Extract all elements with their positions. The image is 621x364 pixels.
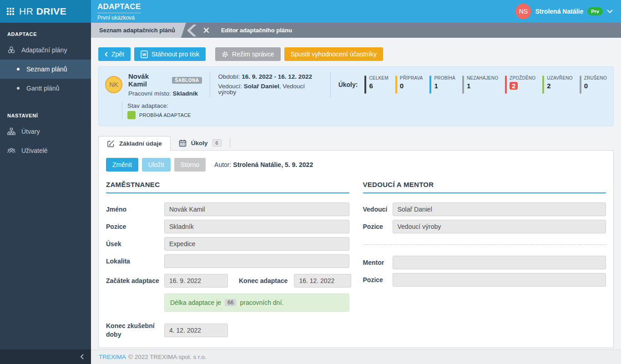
lead-position-field[interactable] bbox=[393, 220, 606, 233]
sidebar-item-uzivatele[interactable]: Uživatelé bbox=[0, 141, 91, 160]
start-evaluation-button[interactable]: Spustit vyhodnocení účastníky bbox=[284, 47, 383, 61]
mentor-section: VEDOUCÍ A MENTOR Vedoucí Pozice Mentor P… bbox=[363, 181, 606, 339]
employee-name: Novák Kamil bbox=[128, 72, 168, 88]
duration-days-badge: 66 bbox=[225, 299, 236, 306]
employee-heading: ZAMĚSTNANEC bbox=[106, 181, 349, 193]
sidebar-item-label: Útvary bbox=[21, 128, 40, 135]
counter-bar bbox=[395, 76, 397, 94]
adaptation-end-field[interactable] bbox=[294, 274, 351, 288]
back-button[interactable]: Zpět bbox=[98, 47, 131, 61]
counter-probiha: PROBÍHÁ1 bbox=[429, 76, 455, 94]
field-row: Vedoucí bbox=[363, 202, 606, 216]
change-button[interactable]: Změnit bbox=[106, 158, 138, 172]
user-menu[interactable]: NS Strolená Natálie Prv bbox=[515, 4, 613, 19]
counter-zruseno: ZRUŠENO0 bbox=[580, 76, 607, 94]
counter-label: ZPOŽDĚNO bbox=[510, 76, 535, 81]
mentor-field-label: Mentor bbox=[363, 258, 393, 267]
user-avatar[interactable]: NS bbox=[515, 4, 531, 19]
header-title-wrap: ADAPTACE První ukázková bbox=[97, 2, 141, 21]
sidebar-item-adaptacni-plany[interactable]: Adaptační plány bbox=[0, 40, 91, 60]
back-button-label: Zpět bbox=[111, 51, 124, 58]
trial-end-field-label: Konec zkušební doby bbox=[106, 322, 164, 339]
period-label: Období: bbox=[218, 73, 240, 80]
sidebar-item-utvary[interactable]: Útvary bbox=[0, 122, 91, 141]
name-field[interactable] bbox=[164, 202, 349, 216]
tab-separator bbox=[230, 138, 230, 148]
counter-value: 0 bbox=[400, 82, 423, 90]
admin-mode-label: Režim správce bbox=[232, 51, 274, 58]
counter-value: 1 bbox=[467, 82, 498, 90]
dotted-divider bbox=[210, 72, 210, 97]
counter-value: 0 bbox=[584, 82, 607, 90]
header: ADAPTACE První ukázková NS Strolená Natá… bbox=[91, 0, 621, 23]
field-row: Jméno bbox=[106, 202, 349, 216]
sidebar-section-nastaveni: NASTAVENÍ bbox=[0, 104, 91, 122]
sidebar-item-label: Adaptační plány bbox=[21, 46, 67, 54]
field-row: Úsek bbox=[106, 237, 349, 251]
author-value: Strolená Natálie, 5. 9. 2022 bbox=[233, 161, 313, 168]
gear-icon bbox=[222, 51, 228, 58]
tab-arrow-decoration bbox=[187, 25, 197, 36]
lead-position-field-label: Pozice bbox=[363, 222, 393, 231]
tab-close-button[interactable] bbox=[204, 28, 209, 33]
counter-label: ZRUŠENO bbox=[584, 76, 607, 81]
cancel-button: Storno bbox=[174, 158, 206, 172]
app-logo[interactable]: HR DRIVE bbox=[0, 0, 91, 23]
chevron-down-icon[interactable] bbox=[607, 10, 613, 13]
position-field[interactable] bbox=[164, 220, 349, 233]
tasks-count-badge: 6 bbox=[212, 139, 222, 147]
trial-end-field[interactable] bbox=[164, 324, 228, 337]
duration-message: Délka adaptace je 66 pracovních dní. bbox=[164, 293, 349, 312]
word-doc-icon: W bbox=[141, 51, 148, 58]
mentor-position-field[interactable] bbox=[393, 273, 606, 287]
adaptation-status: Stav adaptace: PROBÍHÁ ADAPTACE bbox=[122, 102, 607, 119]
svg-text:W: W bbox=[142, 52, 146, 57]
counter-value: 1 bbox=[434, 82, 455, 90]
sidebar-item-gantt-planu[interactable]: Gantt plánů bbox=[0, 79, 91, 98]
window-tabbar: Seznam adaptačních plánů Editor adaptačn… bbox=[91, 23, 621, 38]
hexagons-icon bbox=[7, 46, 15, 54]
end-field-label: Konec adaptace bbox=[239, 277, 288, 284]
tab-label: Seznam adaptačních plánů bbox=[99, 27, 175, 34]
tab-zakladni-udaje[interactable]: Základní údaje bbox=[98, 136, 171, 151]
job-value: Skladník bbox=[173, 90, 198, 97]
unit-field[interactable] bbox=[164, 237, 349, 251]
lead-line: Vedoucí: Solař Daniel, Vedoucí výroby bbox=[218, 83, 322, 96]
lead-field-label: Vedoucí bbox=[363, 205, 393, 214]
counter-bar bbox=[462, 76, 464, 94]
counter-label: PŘÍPRAVA bbox=[400, 76, 423, 81]
name-field-label: Jméno bbox=[106, 205, 164, 214]
author-line: Autor: Strolená Natálie, 5. 9. 2022 bbox=[214, 161, 313, 168]
counter-priprava: PŘÍPRAVA0 bbox=[395, 76, 423, 94]
sidebar-item-label: Uživatelé bbox=[21, 147, 48, 154]
tab-seznam-adaptacnich-planu[interactable]: Seznam adaptačních plánů bbox=[91, 23, 186, 38]
admin-mode-button[interactable]: Režim správce bbox=[215, 47, 281, 61]
sidebar-item-seznam-planu[interactable]: Seznam plánů bbox=[0, 60, 91, 79]
task-counters: CELKEM6 PŘÍPRAVA0 PROBÍHÁ1 NEZAHÁJENO1 Z… bbox=[364, 76, 607, 94]
form-buttons: Změnit Uložit Storno Autor: Strolená Nat… bbox=[106, 158, 606, 172]
author-label: Autor: bbox=[214, 161, 231, 168]
user-role-badge: Prv bbox=[587, 7, 603, 15]
tab-label: Úkoly bbox=[191, 140, 208, 147]
trexima-link[interactable]: TREXIMA bbox=[99, 354, 126, 360]
mentor-field[interactable] bbox=[393, 256, 606, 269]
status-value: PROBÍHÁ ADAPTACE bbox=[139, 112, 191, 118]
sidebar-collapse-button[interactable] bbox=[0, 349, 91, 364]
copyright-text: © 2022 TREXIMA spol. s r.o. bbox=[128, 354, 207, 360]
apps-grid-icon[interactable] bbox=[7, 8, 14, 15]
mentor-position-field-label: Pozice bbox=[363, 276, 393, 284]
counter-value: 6 bbox=[369, 82, 388, 90]
counter-value: 2 bbox=[547, 82, 572, 90]
org-chart-icon bbox=[7, 128, 15, 135]
lead-value: Solař Daniel bbox=[244, 83, 279, 90]
start-field-label: Začátek adaptace bbox=[106, 277, 164, 285]
tasks-label: Úkoly: bbox=[338, 81, 358, 88]
adaptation-start-field[interactable] bbox=[164, 274, 228, 288]
location-field[interactable] bbox=[164, 254, 349, 268]
tab-editor-adaptacniho-planu[interactable]: Editor adaptačního plánu bbox=[221, 27, 292, 34]
chevron-left-icon bbox=[187, 25, 197, 36]
lead-field[interactable] bbox=[393, 202, 606, 216]
download-print-button[interactable]: W Stáhnout pro tisk bbox=[134, 47, 206, 61]
counter-bar bbox=[542, 76, 544, 94]
tab-ukoly[interactable]: Úkoly 6 bbox=[171, 136, 230, 150]
